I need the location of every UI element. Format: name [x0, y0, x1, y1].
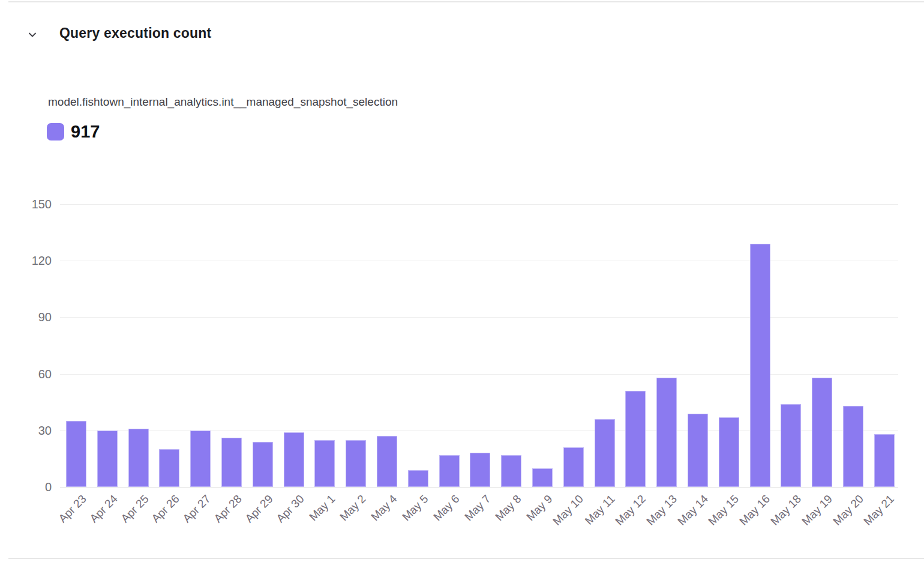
x-axis-label: Apr 29: [242, 492, 275, 525]
x-axis-label: Apr 26: [149, 492, 182, 525]
chart-bar[interactable]: [501, 455, 521, 487]
x-axis-label: May 11: [582, 492, 617, 528]
chart-bar[interactable]: [625, 391, 646, 487]
x-axis-label: Apr 30: [274, 492, 307, 525]
x-axis-label: May 6: [431, 492, 462, 524]
x-axis-label: May 2: [338, 492, 369, 524]
x-axis-label: May 7: [462, 492, 493, 524]
x-axis-label: May 20: [830, 492, 866, 528]
bar-chart: 0306090120150Apr 23Apr 24Apr 25Apr 26Apr…: [0, 0, 924, 562]
chart-bar[interactable]: [719, 417, 739, 487]
gridline: [60, 261, 898, 261]
x-axis-label: May 18: [768, 492, 804, 528]
chart-bar[interactable]: [781, 404, 801, 487]
x-axis-label: May 14: [675, 492, 711, 528]
chart-bar[interactable]: [377, 436, 397, 487]
chart-bar[interactable]: [66, 421, 86, 487]
x-axis-label: May 8: [493, 492, 524, 524]
chart-bar[interactable]: [656, 378, 677, 487]
y-axis-tick: 30: [16, 423, 52, 437]
chart-bar[interactable]: [408, 470, 428, 487]
chart-bar[interactable]: [314, 440, 335, 488]
chart-bar[interactable]: [812, 378, 832, 487]
x-axis-label: Apr 25: [118, 492, 151, 525]
gridline: [60, 431, 898, 431]
chart-bar[interactable]: [221, 438, 242, 487]
chart-bar[interactable]: [128, 429, 149, 487]
chart-bar[interactable]: [284, 432, 304, 487]
y-axis-tick: 0: [16, 480, 52, 494]
x-axis-label: May 19: [799, 492, 835, 528]
gridline: [60, 487, 898, 488]
x-axis-label: May 4: [368, 492, 400, 524]
chart-bar[interactable]: [532, 468, 553, 487]
chart-bar[interactable]: [688, 414, 708, 487]
chart-bar[interactable]: [253, 442, 273, 487]
gridline: [60, 374, 898, 375]
x-axis-label: May 15: [706, 492, 742, 528]
y-axis-tick: 120: [16, 254, 52, 268]
x-axis-label: May 21: [862, 492, 898, 528]
x-axis-label: Apr 28: [211, 492, 244, 525]
gridline: [60, 317, 898, 318]
y-axis-tick: 60: [16, 367, 52, 381]
chart-bar[interactable]: [190, 431, 211, 487]
x-axis-label: May 13: [644, 492, 680, 528]
x-axis-label: May 10: [551, 492, 587, 528]
y-axis-tick: 150: [16, 198, 52, 211]
chart-bar[interactable]: [346, 440, 366, 488]
chart-bar[interactable]: [439, 455, 460, 487]
chart-bar[interactable]: [563, 447, 584, 487]
chart-bar[interactable]: [874, 434, 895, 487]
x-axis-label: May 12: [613, 492, 649, 528]
chart-bar[interactable]: [595, 419, 615, 487]
x-axis-label: May 16: [737, 492, 773, 528]
chart-bar[interactable]: [750, 244, 770, 487]
x-axis-label: Apr 23: [56, 492, 89, 525]
chart-card: Query execution count model.fishtown_int…: [0, 0, 924, 562]
x-axis-label: May 5: [400, 492, 431, 524]
chart-bar[interactable]: [97, 431, 118, 487]
x-axis-label: Apr 27: [181, 492, 214, 525]
chart-bar[interactable]: [470, 453, 490, 487]
chart-bar[interactable]: [843, 406, 863, 487]
x-axis-label: Apr 24: [87, 492, 120, 525]
x-axis-label: May 1: [307, 492, 338, 524]
bottom-divider: [8, 558, 924, 559]
gridline: [60, 204, 898, 205]
y-axis-tick: 90: [16, 310, 52, 324]
chart-bar[interactable]: [159, 449, 179, 487]
